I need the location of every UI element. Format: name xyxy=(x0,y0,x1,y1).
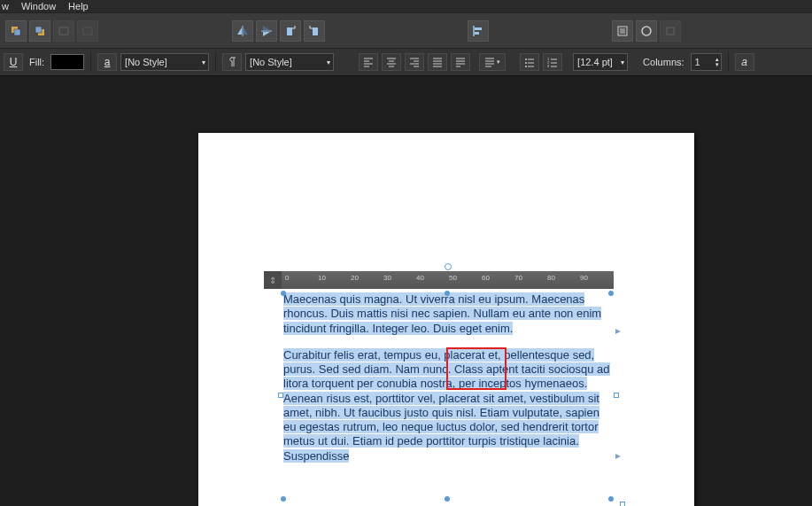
handle-bot-right[interactable] xyxy=(608,496,614,502)
character-style-dropdown[interactable]: [No Style]▾ xyxy=(120,53,209,71)
rotate-left-button[interactable] xyxy=(280,20,301,42)
shape-other-button xyxy=(660,20,681,42)
svg-rect-4 xyxy=(59,27,68,35)
ruler-drag-handle[interactable]: ⇕ xyxy=(264,271,282,289)
svg-point-15 xyxy=(525,62,527,64)
align-left-button[interactable] xyxy=(359,53,378,71)
svg-rect-1 xyxy=(14,29,20,35)
text-frame[interactable]: Maecenas quis magna. Ut viverra nisl eu … xyxy=(283,292,611,501)
handle-mid-right[interactable] xyxy=(614,393,619,398)
smallcaps-button[interactable]: a xyxy=(735,53,754,71)
align-center-button[interactable] xyxy=(382,53,401,71)
toolbar-text: U Fill: a [No Style]▾ [No Style]▾ ▾ 123 … xyxy=(0,48,812,76)
font-size-dropdown[interactable]: [12.4 pt]▾ xyxy=(573,53,628,71)
svg-rect-8 xyxy=(475,27,482,30)
svg-point-14 xyxy=(525,58,527,60)
columns-spinner[interactable]: 1▴▾ xyxy=(691,53,722,71)
svg-rect-11 xyxy=(620,28,625,34)
fill-label: Fill: xyxy=(29,57,44,67)
rotate-right-button[interactable] xyxy=(304,20,325,42)
ungroup-button xyxy=(77,20,98,42)
rotation-handle[interactable] xyxy=(445,263,452,270)
underline-button[interactable]: U xyxy=(4,53,23,71)
menu-window[interactable]: Window xyxy=(21,1,56,12)
handle-top-mid[interactable] xyxy=(445,291,450,296)
group-button xyxy=(53,20,74,42)
list-bullet-button[interactable] xyxy=(520,53,539,71)
handle-bot-left[interactable] xyxy=(281,496,286,502)
text-frame-button[interactable] xyxy=(612,20,633,42)
menu-view[interactable]: w xyxy=(2,1,9,12)
handle-top-left[interactable] xyxy=(281,291,286,296)
handle-mid-left[interactable] xyxy=(278,393,283,398)
text-ruler[interactable]: ⇕ 0 10 20 30 40 50 60 70 80 90 xyxy=(264,271,614,289)
flip-vertical-button[interactable] xyxy=(256,20,277,42)
toolbar-main xyxy=(0,12,812,48)
align-more-button[interactable]: ▾ xyxy=(479,53,506,71)
svg-rect-5 xyxy=(83,27,92,35)
paragraph-1[interactable]: Maecenas quis magna. Ut viverra nisl eu … xyxy=(283,292,601,335)
list-number-button[interactable]: 123 xyxy=(543,53,562,71)
svg-rect-13 xyxy=(667,27,674,35)
layer-up-button[interactable] xyxy=(5,20,27,42)
flow-out-arrow xyxy=(614,452,623,461)
svg-text:3: 3 xyxy=(547,64,550,67)
ruler-ticks: 0 10 20 30 40 50 60 70 80 90 xyxy=(282,271,614,289)
layer-down-button[interactable] xyxy=(29,20,50,42)
shape-circle-button[interactable] xyxy=(636,20,657,42)
align-justify-button[interactable] xyxy=(428,53,447,71)
svg-rect-7 xyxy=(313,27,318,35)
flow-in-arrow xyxy=(614,327,623,336)
para-style-icon xyxy=(222,53,242,71)
svg-rect-6 xyxy=(287,27,292,35)
svg-point-12 xyxy=(642,27,651,35)
handle-out-right[interactable] xyxy=(620,502,625,506)
fill-color-swatch[interactable] xyxy=(50,54,84,70)
svg-point-16 xyxy=(525,66,527,67)
columns-label: Columns: xyxy=(643,57,684,67)
svg-rect-3 xyxy=(35,27,42,33)
handle-bot-mid[interactable] xyxy=(445,496,450,502)
svg-rect-9 xyxy=(475,32,479,35)
align-right-button[interactable] xyxy=(405,53,424,71)
paragraph-2[interactable]: Curabitur felis erat, tempus eu, placera… xyxy=(283,348,610,463)
align-justify-last-button[interactable] xyxy=(451,53,470,71)
canvas[interactable]: ⇕ 0 10 20 30 40 50 60 70 80 90 Maecenas … xyxy=(0,76,812,506)
char-style-icon: a xyxy=(97,53,117,71)
menu-bar: w Window Help xyxy=(0,0,812,12)
align-left-edge-button[interactable] xyxy=(468,20,489,42)
handle-top-right[interactable] xyxy=(608,291,614,296)
menu-help[interactable]: Help xyxy=(68,1,89,12)
flip-horizontal-button[interactable] xyxy=(232,20,253,42)
text-content[interactable]: Maecenas quis magna. Ut viverra nisl eu … xyxy=(283,292,611,463)
paragraph-style-dropdown[interactable]: [No Style]▾ xyxy=(245,53,334,71)
